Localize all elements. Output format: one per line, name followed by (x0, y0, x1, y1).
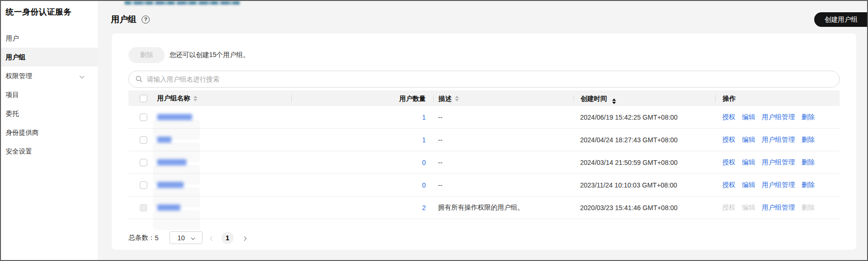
table-header: 用户组名称 用户数量 描述 创建时间 操作 (128, 90, 840, 106)
authorize-link[interactable]: 授权 (722, 158, 735, 167)
col-user-count: 用户数量 (291, 95, 433, 102)
chevron-down-icon (191, 236, 194, 239)
page-size-select[interactable]: 10 (169, 231, 202, 244)
delete-link[interactable]: 删除 (801, 113, 815, 122)
created-time: 2020/03/23 15:41:46 GMT+08:00 (580, 204, 678, 212)
delete-link-disabled: 删除 (801, 204, 815, 212)
sidebar-item-label: 安全设置 (6, 142, 32, 161)
table-row: 1 -- 2024/04/24 18:27:43 GMT+08:00 授权 编辑… (128, 129, 840, 151)
sidebar-item-permissions[interactable]: 权限管理 (1, 66, 98, 85)
edit-link[interactable]: 编辑 (742, 181, 755, 189)
iam-console-window: 统一身份认证服务 用户 用户组 权限管理 项目 委托 身份提供商 (0, 0, 868, 261)
total-count: 5 (155, 234, 159, 242)
authorize-link-disabled: 授权 (722, 204, 735, 212)
sidebar: 统一身份认证服务 用户 用户组 权限管理 项目 委托 身份提供商 (1, 1, 98, 260)
group-name-redacted[interactable] (157, 204, 180, 211)
row-checkbox[interactable] (140, 159, 147, 166)
sidebar-item-user-groups[interactable]: 用户组 (1, 48, 98, 66)
row-checkbox[interactable] (140, 114, 147, 121)
row-checkbox[interactable] (140, 136, 147, 144)
sidebar-nav: 用户 用户组 权限管理 项目 委托 身份提供商 安全设置 (1, 29, 98, 161)
search-input[interactable] (147, 75, 833, 83)
table-row: 2 拥有所有操作权限的用户组。 2020/03/23 15:41:46 GMT+… (128, 196, 840, 219)
delete-button[interactable]: 删除 (128, 47, 165, 63)
manage-group-link[interactable]: 用户组管理 (762, 136, 795, 144)
edit-link[interactable]: 编辑 (742, 136, 755, 144)
group-name-redacted[interactable] (157, 182, 184, 188)
content-card: 删除 您还可以创建15个用户组。 用户组名称 (112, 33, 856, 250)
sidebar-item-users[interactable]: 用户 (1, 29, 98, 48)
col-name-label: 用户组名称 (157, 94, 190, 103)
row-checkbox-disabled (140, 204, 147, 212)
service-title: 统一身份认证服务 (1, 1, 98, 17)
search-bar (128, 71, 840, 88)
table-row: 1 -- 2024/06/19 15:42:25 GMT+08:00 授权 编辑… (128, 106, 840, 129)
created-time: 2024/03/14 21:50:59 GMT+08:00 (580, 159, 678, 166)
authorize-link[interactable]: 授权 (722, 136, 735, 144)
sidebar-item-label: 项目 (6, 85, 19, 104)
col-count-label: 用户数量 (399, 95, 426, 102)
manage-group-link[interactable]: 用户组管理 (762, 204, 795, 212)
create-user-group-button[interactable]: 创建用户组 (814, 12, 867, 27)
user-count-link[interactable]: 1 (422, 136, 426, 144)
col-actions: 操作 (715, 95, 840, 102)
manage-group-link[interactable]: 用户组管理 (762, 113, 795, 122)
created-time: 2023/11/24 10:10:03 GMT+08:00 (580, 181, 677, 189)
col-created-label: 创建时间 (581, 95, 607, 102)
col-created[interactable]: 创建时间 (573, 95, 715, 102)
sort-icon[interactable] (455, 96, 459, 101)
delete-link[interactable]: 删除 (801, 181, 815, 189)
chevron-down-icon (80, 73, 84, 78)
delete-link[interactable]: 删除 (801, 158, 815, 167)
sidebar-item-label: 用户 (6, 29, 19, 48)
sidebar-item-security-settings[interactable]: 安全设置 (1, 142, 98, 161)
description-text: -- (438, 181, 442, 189)
main-area: 用户组 ? 创建用户组 删除 您还可以创建15个用户组。 (98, 1, 867, 260)
user-count-link[interactable]: 0 (422, 181, 426, 189)
authorize-link[interactable]: 授权 (722, 181, 735, 189)
current-page-button[interactable]: 1 (221, 232, 234, 244)
redacted-breadcrumb (125, 1, 240, 5)
col-name[interactable]: 用户组名称 (147, 94, 291, 103)
pagination: 总条数： 5 10 1 (128, 231, 246, 244)
edit-link[interactable]: 编辑 (742, 158, 755, 167)
user-count-link[interactable]: 0 (422, 159, 426, 166)
group-name-redacted[interactable] (157, 114, 192, 120)
description-text: 拥有所有操作权限的用户组。 (438, 204, 524, 212)
manage-group-link[interactable]: 用户组管理 (762, 158, 795, 167)
description-text: -- (438, 114, 442, 121)
page-title: 用户组 (111, 14, 136, 25)
total-label: 总条数： (128, 234, 155, 242)
delete-link[interactable]: 删除 (801, 136, 815, 144)
user-count-link[interactable]: 1 (422, 114, 426, 121)
group-name-redacted[interactable] (157, 137, 171, 143)
sidebar-item-agencies[interactable]: 委托 (1, 104, 98, 123)
sort-icon-active[interactable] (612, 98, 616, 104)
help-icon[interactable]: ? (142, 16, 150, 24)
sidebar-item-projects[interactable]: 项目 (1, 85, 98, 104)
description-text: -- (438, 159, 442, 166)
col-description[interactable]: 描述 (433, 95, 573, 102)
sidebar-item-label: 身份提供商 (6, 123, 39, 142)
group-name-redacted[interactable] (157, 159, 186, 165)
prev-page-button (211, 234, 214, 242)
edit-link[interactable]: 编辑 (742, 113, 755, 122)
toolbar: 删除 您还可以创建15个用户组。 (128, 47, 250, 63)
authorize-link[interactable]: 授权 (722, 113, 735, 122)
sidebar-item-identity-providers[interactable]: 身份提供商 (1, 123, 98, 142)
user-count-link[interactable]: 2 (422, 204, 426, 212)
quota-hint: 您还可以创建15个用户组。 (169, 51, 250, 59)
description-text: -- (438, 136, 442, 144)
select-all-checkbox[interactable] (140, 95, 147, 102)
user-groups-table: 用户组名称 用户数量 描述 创建时间 操作 (128, 90, 840, 219)
sidebar-item-label: 用户组 (6, 48, 25, 66)
edit-link-disabled: 编辑 (742, 204, 755, 212)
sidebar-item-label: 权限管理 (6, 66, 32, 85)
page-header: 用户组 ? (111, 14, 150, 25)
page-size-value: 10 (177, 234, 185, 242)
sort-icon[interactable] (194, 96, 197, 101)
manage-group-link[interactable]: 用户组管理 (762, 181, 795, 189)
row-checkbox[interactable] (140, 181, 147, 189)
col-actions-label: 操作 (723, 95, 736, 102)
next-page-button[interactable] (243, 234, 246, 242)
